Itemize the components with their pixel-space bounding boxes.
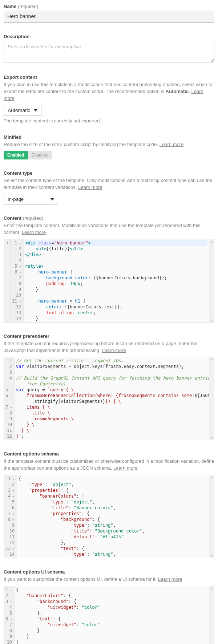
export-note: The template content is currently not ex… — [4, 118, 214, 123]
minified-toggle[interactable]: Enabled Disabled — [4, 151, 52, 159]
export-help: If you plan to use this template in a mo… — [4, 81, 214, 102]
prerenderer-editor[interactable]: 1234 56 78 9101112 // Get the current vi… — [4, 357, 214, 440]
scroll-up-icon[interactable]: ▴ — [209, 586, 214, 591]
ui-schema-editor[interactable]: 1234 5678 910 { "bannerColors": { "backg… — [4, 586, 214, 644]
ui-schema-learn-more[interactable]: Learn more — [158, 576, 182, 582]
name-input[interactable] — [4, 11, 214, 23]
minified-learn-more[interactable]: Learn more — [160, 142, 183, 147]
ui-schema-help: If you want to customize the content opt… — [4, 576, 214, 583]
schema-label: Content options schema — [4, 451, 214, 457]
content-code[interactable]: <div class="hero-banner"> <h1>{{title}}<… — [24, 239, 209, 322]
prerenderer-learn-more[interactable]: Learn more — [102, 348, 126, 353]
content-type-learn-more[interactable]: Learn more — [78, 185, 102, 190]
prerenderer-label: Content prerenderer — [4, 333, 214, 339]
minified-help: Reduce the size of the site's custom scr… — [4, 141, 214, 148]
minified-disabled-button[interactable]: Disabled — [28, 151, 52, 159]
description-textarea[interactable] — [4, 41, 214, 62]
scroll-down-icon[interactable]: ▾ — [209, 554, 214, 558]
content-learn-more[interactable]: Learn more — [22, 230, 46, 235]
minified-label: Minified — [4, 134, 214, 140]
description-label: Description — [4, 34, 214, 39]
prerenderer-gutter: 1234 56 78 9101112 — [4, 357, 15, 440]
export-label: Export content — [4, 74, 214, 80]
content-editor[interactable]: i 1234 5678 9101112 1314 <div class="her… — [4, 239, 214, 323]
editor-scrollbar[interactable]: ▴ ▾ — [209, 475, 214, 558]
ui-schema-gutter: 1234 5678 910 — [4, 586, 15, 644]
schema-help: If the template content must be customiz… — [4, 458, 214, 472]
content-help: Enter the template content. Modification… — [4, 222, 214, 236]
ui-schema-label: Content options UI schema — [4, 569, 214, 575]
prerenderer-help: If the template content requires preproc… — [4, 340, 214, 354]
chevron-down-icon — [51, 198, 54, 201]
schema-learn-more[interactable]: Learn more — [113, 465, 137, 471]
content-type-select[interactable]: In-page — [4, 194, 58, 204]
schema-editor[interactable]: 1234 5678 9101112 1314 { "type": "object… — [4, 475, 214, 558]
scroll-up-icon[interactable]: ▴ — [209, 357, 214, 361]
schema-gutter: 1234 5678 9101112 1314 — [4, 475, 17, 558]
minified-enabled-button[interactable]: Enabled — [4, 151, 28, 159]
chevron-down-icon — [34, 109, 37, 112]
editor-scrollbar[interactable]: ▴ ▾ — [209, 586, 214, 644]
name-label: Name (required) — [4, 4, 214, 9]
editor-scrollbar[interactable]: ▴ ▾ — [209, 239, 214, 322]
content-type-label: Content type — [4, 170, 214, 176]
scroll-down-icon[interactable]: ▾ — [209, 436, 214, 440]
export-select[interactable]: Automatic — [4, 105, 41, 116]
content-label: Content (required) — [4, 215, 214, 221]
content-gutter: 1234 5678 9101112 1314 — [11, 239, 24, 322]
content-type-help: Select the content type of the template.… — [4, 177, 214, 191]
ui-schema-code[interactable]: { "bannerColors": { "background": { "ui:… — [15, 586, 209, 644]
info-icon: i — [6, 240, 8, 245]
schema-code[interactable]: { "type": "object", "properties": { "ban… — [17, 475, 209, 558]
scroll-up-icon[interactable]: ▴ — [209, 239, 214, 244]
editor-scrollbar[interactable]: ▴ ▾ — [209, 357, 214, 440]
scroll-down-icon[interactable]: ▾ — [209, 318, 214, 322]
scroll-up-icon[interactable]: ▴ — [209, 475, 214, 479]
prerenderer-code[interactable]: // Get the current visitor's segment IDs… — [15, 357, 209, 440]
